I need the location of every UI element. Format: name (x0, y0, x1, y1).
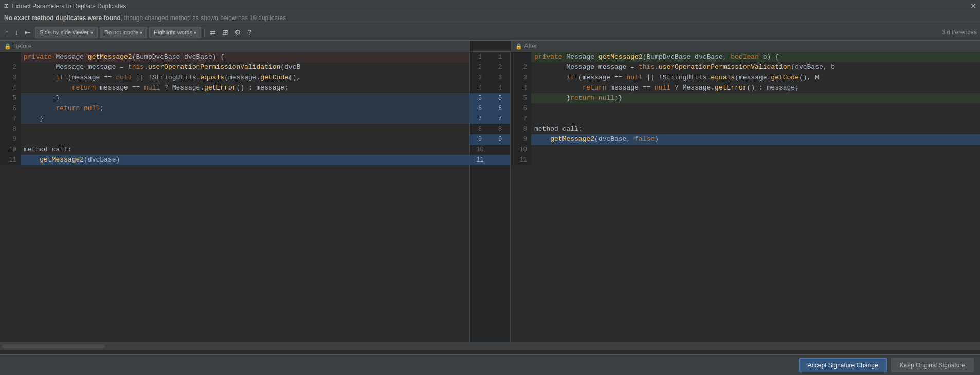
info-bar: No exact method duplicates were found, t… (0, 12, 980, 24)
close-button[interactable]: ✕ (971, 2, 976, 10)
left-linenum-5: 5 (0, 93, 21, 103)
info-detail: , though changed method as shown below h… (121, 14, 286, 22)
right-content-7 (531, 114, 980, 124)
center-left-2: 2 (470, 62, 490, 73)
toolbar-sep-1 (204, 28, 205, 37)
center-right-8: 8 (490, 124, 510, 134)
left-line-1: private Message getMessage2(BumpDvcBase … (0, 52, 469, 62)
right-content-3: if (message == null || !StringUtils.equa… (531, 73, 980, 83)
ignore-label: Do not ignore (104, 29, 138, 35)
center-row-6: 6 6 (470, 103, 510, 114)
center-right-2: 2 (490, 62, 510, 73)
center-right-10 (490, 145, 510, 155)
center-panel: 1 1 2 2 3 3 4 4 5 5 6 6 (469, 52, 511, 342)
left-content-9 (21, 134, 469, 145)
left-linenum-11: 11 (0, 155, 21, 165)
right-line-6: 6 (511, 103, 980, 114)
right-line-7: 7 (511, 114, 980, 124)
ignore-chevron (140, 29, 142, 35)
accept-signature-button[interactable]: Accept Signature Change (799, 358, 887, 372)
center-left-8: 8 (470, 124, 490, 134)
diff-count: 3 differences (942, 29, 977, 36)
right-content-1: private Message getMessage2(BumpDvcBase … (531, 52, 980, 62)
left-line-9: 9 (0, 134, 469, 145)
center-header (470, 41, 511, 51)
right-linenum-1 (511, 52, 531, 62)
left-linenum-6: 6 (0, 103, 21, 114)
left-content-4: return message == null ? Message.getErro… (21, 83, 469, 93)
keep-signature-button[interactable]: Keep Original Signature (891, 358, 974, 372)
after-header: After (511, 41, 981, 51)
center-right-11 (490, 155, 510, 165)
left-linenum-7: 7 (0, 114, 21, 124)
right-line-10: 10 (511, 145, 980, 155)
left-content-2: Message message = this.userOperationPerm… (21, 62, 469, 73)
right-code-lines: private Message getMessage2(BumpDvcBase … (511, 52, 980, 342)
before-header: Before (0, 41, 470, 51)
left-line-11: 11 getMessage2(dvcBase) (0, 155, 469, 165)
right-linenum-8: 8 (511, 124, 531, 134)
left-content-5: } (21, 93, 469, 103)
right-line-8: 8 method call: (511, 124, 980, 134)
left-linenum-4: 4 (0, 83, 21, 93)
left-line-10: 10 method call: (0, 145, 469, 155)
center-left-4: 4 (470, 83, 490, 93)
highlight-button[interactable]: Highlight words (149, 27, 201, 38)
navigate-jump-button[interactable]: ⇤ (23, 27, 33, 38)
center-left-3: 3 (470, 73, 490, 83)
before-label: Before (13, 43, 31, 50)
right-line-5: 5 }return null;} (511, 93, 980, 103)
left-linenum-9: 9 (0, 134, 21, 145)
right-content-6 (531, 103, 980, 114)
center-row-7: 7 7 (470, 114, 510, 124)
center-row-4: 4 4 (470, 83, 510, 93)
title-icon: ⊞ (4, 2, 8, 10)
navigate-next-button[interactable]: ↓ (13, 27, 21, 38)
after-lock-icon (515, 43, 522, 50)
scroll-bar[interactable] (0, 342, 980, 350)
ignore-button[interactable]: Do not ignore (100, 27, 147, 38)
view-mode-button[interactable]: Side-by-side viewer (35, 27, 98, 38)
center-row-5: 5 5 (470, 93, 510, 103)
left-line-6: 6 return null; (0, 103, 469, 114)
left-content-10: method call: (21, 145, 469, 155)
right-content-2: Message message = this.userOperationPerm… (531, 62, 980, 73)
right-linenum-2: 2 (511, 62, 531, 73)
right-linenum-11: 11 (511, 155, 531, 165)
center-right-3: 3 (490, 73, 510, 83)
left-line-8: 8 (0, 124, 469, 134)
left-line-4: 4 return message == null ? Message.getEr… (0, 83, 469, 93)
right-content-11 (531, 155, 980, 165)
scroll-thumb[interactable] (2, 344, 105, 348)
switch-icon-button[interactable]: ⇄ (208, 27, 218, 38)
center-left-1: 1 (470, 52, 490, 62)
gear-icon-button[interactable]: ⚙ (232, 27, 243, 38)
center-right-7: 7 (490, 114, 510, 124)
right-linenum-9: 9 (511, 134, 531, 145)
title-bar: ⊞ Extract Parameters to Replace Duplicat… (0, 0, 980, 12)
help-icon-button[interactable]: ? (245, 27, 253, 38)
after-label: After (524, 43, 537, 50)
left-line-3: 3 if (message == null || !StringUtils.eq… (0, 73, 469, 83)
title-text: Extract Parameters to Replace Duplicates (11, 3, 126, 10)
left-linenum-3: 3 (0, 73, 21, 83)
view-mode-label: Side-by-side viewer (40, 29, 89, 35)
right-line-11: 11 (511, 155, 980, 165)
left-panel: private Message getMessage2(BumpDvcBase … (0, 52, 469, 342)
center-lines: 1 1 2 2 3 3 4 4 5 5 6 6 (470, 52, 510, 342)
right-content-4: return message == null ? Message.getErro… (531, 83, 980, 93)
right-content-5: }return null;} (531, 93, 980, 103)
navigate-prev-button[interactable]: ↑ (3, 27, 11, 38)
left-code-lines: private Message getMessage2(BumpDvcBase … (0, 52, 469, 342)
left-content-6: return null; (21, 103, 469, 114)
center-row-10: 10 (470, 145, 510, 155)
grid-icon-button[interactable]: ⊞ (220, 27, 230, 38)
center-left-10: 10 (470, 145, 490, 155)
right-linenum-6: 6 (511, 103, 531, 114)
left-linenum-2: 2 (0, 62, 21, 73)
right-line-9: 9 getMessage2(dvcBase, false) (511, 134, 980, 145)
right-linenum-7: 7 (511, 114, 531, 124)
center-left-7: 7 (470, 114, 490, 124)
center-right-1: 1 (490, 52, 510, 62)
right-linenum-10: 10 (511, 145, 531, 155)
